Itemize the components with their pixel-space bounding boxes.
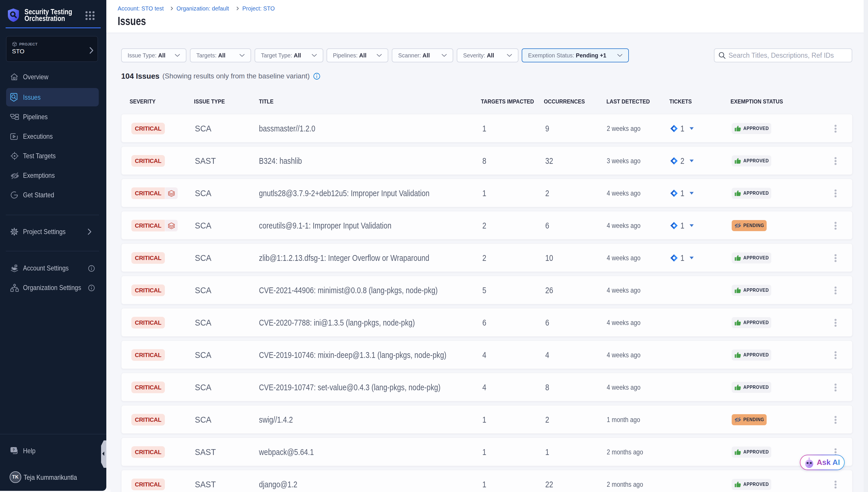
svg-text:?: ? [12, 448, 15, 452]
